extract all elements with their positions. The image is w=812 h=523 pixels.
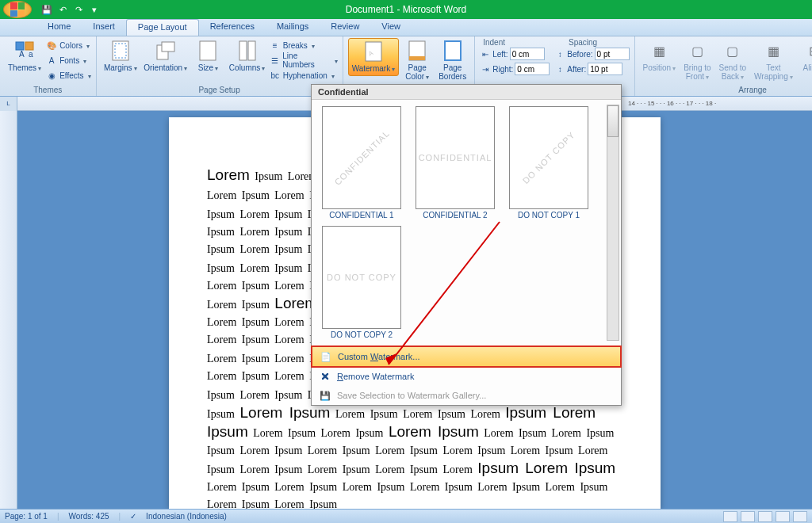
ribbon-tabs: Home Insert Page Layout References Maili… xyxy=(0,19,812,36)
watermark-option-donotcopy-2[interactable]: DO NOT COPY DO NOT COPY 2 xyxy=(318,226,405,339)
page-color-icon xyxy=(406,40,428,62)
indent-right-icon: ⇥ xyxy=(480,63,491,74)
align-icon: ⊞ xyxy=(803,40,812,62)
view-outline-button[interactable] xyxy=(776,511,790,522)
group-themes: Aa Themes 🎨Colors AFonts ◉Effects Themes xyxy=(0,36,97,96)
fonts-icon: A xyxy=(46,55,57,66)
tab-page-layout[interactable]: Page Layout xyxy=(126,19,199,36)
redo-icon[interactable]: ↷ xyxy=(71,2,86,17)
indent-left-icon: ⇤ xyxy=(480,48,491,59)
tab-review[interactable]: Review xyxy=(320,19,370,36)
watermark-gallery-header: Confidential xyxy=(312,85,621,100)
svg-text:a: a xyxy=(29,50,33,59)
status-proofing-icon[interactable]: ✓ xyxy=(130,512,136,521)
page-color-button[interactable]: Page Color xyxy=(400,38,434,83)
remove-watermark-menu-item[interactable]: 🗙 Remove Watermark xyxy=(312,367,621,386)
orientation-icon xyxy=(155,40,177,62)
group-page-setup: Margins Orientation Size Columns ≡Breaks… xyxy=(97,36,343,96)
colors-icon: 🎨 xyxy=(46,40,57,51)
spacing-before-icon: ↕ xyxy=(554,48,565,59)
send-back-icon: ▢ xyxy=(722,40,744,62)
columns-button[interactable]: Columns xyxy=(226,38,267,74)
page-borders-button[interactable]: Page Borders xyxy=(435,38,469,82)
indent-right-spinner[interactable]: ⇥Right: xyxy=(480,62,550,76)
office-button[interactable] xyxy=(3,1,32,18)
spacing-after-icon: ↕ xyxy=(554,63,565,74)
watermark-option-donotcopy-1[interactable]: DO NOT COPY DO NOT COPY 1 xyxy=(505,106,592,220)
svg-rect-4 xyxy=(113,41,128,60)
text-wrapping-button[interactable]: ▦Text Wrapping xyxy=(751,38,796,83)
custom-watermark-menu-item[interactable]: 📄 Custom Watermark... xyxy=(311,345,622,368)
status-words[interactable]: Words: 425 xyxy=(69,512,109,521)
watermark-button[interactable]: AWatermark xyxy=(348,38,400,76)
align-button[interactable]: ⊞Align xyxy=(798,38,812,74)
spacing-before-spinner[interactable]: ↕Before: xyxy=(554,47,629,61)
indent-left-spinner[interactable]: ⇤Left: xyxy=(480,47,550,61)
hyphenation-icon: bc xyxy=(270,70,281,81)
svg-rect-9 xyxy=(239,41,247,60)
line-numbers-button[interactable]: ☰Line Numbers xyxy=(270,53,338,67)
position-button[interactable]: ▦Position xyxy=(640,38,680,74)
tab-insert[interactable]: Insert xyxy=(82,19,126,36)
watermark-dropdown: Confidential CONFIDENTIAL CONFIDENTIAL 1… xyxy=(311,84,622,406)
custom-watermark-icon: 📄 xyxy=(319,350,333,363)
status-language[interactable]: Indonesian (Indonesia) xyxy=(146,512,227,521)
save-gallery-icon: 💾 xyxy=(318,389,332,402)
orientation-button[interactable]: Orientation xyxy=(141,38,190,74)
wrapping-icon: ▦ xyxy=(762,40,784,62)
effects-icon: ◉ xyxy=(46,70,57,81)
svg-rect-14 xyxy=(409,56,425,60)
tab-home[interactable]: Home xyxy=(36,19,82,36)
breaks-icon: ≡ xyxy=(270,40,281,51)
window-title: Document1 - Microsoft Word xyxy=(346,4,467,15)
watermark-icon: A xyxy=(362,40,385,63)
watermark-option-confidential-2[interactable]: CONFIDENTIAL CONFIDENTIAL 2 xyxy=(412,106,499,220)
svg-rect-15 xyxy=(445,41,461,60)
remove-watermark-icon: 🗙 xyxy=(318,370,332,383)
hyphenation-button[interactable]: bcHyphenation xyxy=(270,68,338,82)
view-web-layout-button[interactable] xyxy=(758,511,772,522)
qat-customize-icon[interactable]: ▾ xyxy=(87,2,102,17)
effects-button[interactable]: ◉Effects xyxy=(46,68,90,82)
watermark-gallery: CONFIDENTIAL CONFIDENTIAL 1 CONFIDENTIAL… xyxy=(312,100,621,345)
spacing-after-spinner[interactable]: ↕After: xyxy=(554,62,629,76)
tab-view[interactable]: View xyxy=(370,19,412,36)
title-bar: 💾 ↶ ↷ ▾ Document1 - Microsoft Word xyxy=(0,0,812,19)
svg-rect-10 xyxy=(248,41,255,60)
breaks-button[interactable]: ≡Breaks xyxy=(270,38,338,52)
group-arrange: ▦Position ▢Bring to Front ▢Send to Back … xyxy=(635,36,812,96)
svg-rect-0 xyxy=(16,42,24,50)
status-page[interactable]: Page: 1 of 1 xyxy=(5,512,48,521)
ruler-corner: L xyxy=(0,97,17,111)
watermark-option-confidential-1[interactable]: CONFIDENTIAL CONFIDENTIAL 1 xyxy=(318,106,405,220)
size-button[interactable]: Size xyxy=(191,38,224,74)
size-icon xyxy=(197,40,219,62)
page-borders-icon xyxy=(442,40,464,62)
position-icon: ▦ xyxy=(648,40,670,62)
svg-rect-8 xyxy=(200,41,216,60)
send-back-button[interactable]: ▢Send to Back xyxy=(716,38,749,83)
svg-rect-1 xyxy=(25,42,33,50)
bring-front-button[interactable]: ▢Bring to Front xyxy=(680,38,714,83)
view-print-layout-button[interactable] xyxy=(723,511,737,522)
colors-button[interactable]: 🎨Colors xyxy=(46,38,90,52)
themes-button[interactable]: Aa Themes xyxy=(5,38,44,74)
undo-icon[interactable]: ↶ xyxy=(56,2,70,17)
quick-access-toolbar: 💾 ↶ ↷ ▾ xyxy=(40,2,102,17)
watermark-gallery-scrollbar[interactable] xyxy=(607,105,619,341)
status-bar: Page: 1 of 1 | Words: 425 | ✓ Indonesian… xyxy=(0,509,812,523)
view-draft-button[interactable] xyxy=(793,511,807,522)
bring-front-icon: ▢ xyxy=(686,40,708,62)
svg-text:A: A xyxy=(19,50,25,59)
save-watermark-menu-item: 💾 Save Selection to Watermark Gallery... xyxy=(312,386,621,405)
line-numbers-icon: ☰ xyxy=(270,55,281,66)
columns-icon xyxy=(236,40,259,62)
vertical-ruler[interactable] xyxy=(0,111,17,509)
tab-references[interactable]: References xyxy=(199,19,266,36)
view-full-screen-button[interactable] xyxy=(741,511,755,522)
tab-mailings[interactable]: Mailings xyxy=(266,19,320,36)
margins-button[interactable]: Margins xyxy=(102,38,140,74)
fonts-button[interactable]: AFonts xyxy=(46,53,90,67)
themes-icon: Aa xyxy=(13,40,36,62)
save-icon[interactable]: 💾 xyxy=(40,2,54,17)
